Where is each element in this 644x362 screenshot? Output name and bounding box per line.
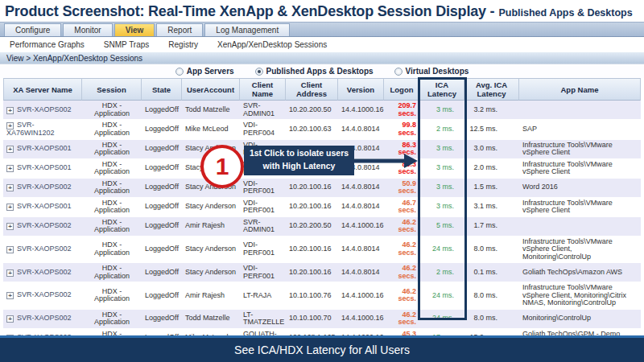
cell-server: +SVR-XA76WIN1202 (3, 120, 82, 140)
col-header-xa-server-name[interactable]: XA Server Name (3, 78, 82, 101)
cell-avg-ica-latency: 0.1 ms. (464, 263, 519, 282)
expand-icon[interactable]: + (6, 315, 14, 323)
radio-icon[interactable] (255, 68, 263, 76)
table-row[interactable]: +SVR-XAOPS001 HDX - Application LoggedOf… (3, 198, 641, 217)
cell-client-name: VDI-PERF004 (240, 120, 286, 140)
cell-app-name: Goliath TechOps\Amazon AWS (519, 263, 641, 282)
cell-version: 14.4.0.8014 (338, 179, 384, 198)
cell-session: HDX - Application (82, 263, 142, 282)
cell-avg-ica-latency: 1.7 ms. (464, 217, 519, 237)
annotation-callout: 1st Click to isolate users with High Lat… (244, 146, 354, 175)
radio-icon[interactable] (175, 68, 184, 76)
cell-client-name: SVR-ADMIN01 (240, 101, 286, 120)
table-row[interactable]: +SVR-XAOPS002 HDX - Application LoggedOf… (3, 217, 641, 237)
cell-ica-latency: 24 ms. (420, 237, 464, 264)
table-row[interactable]: +SVR-XAOPS002 HDX - Application LoggedOf… (3, 237, 641, 264)
cell-avg-ica-latency: 12.5 ms. (464, 120, 519, 140)
expand-icon[interactable]: + (6, 223, 14, 230)
expand-icon[interactable]: + (6, 269, 14, 277)
expand-icon[interactable]: + (6, 107, 14, 114)
cell-useraccount: Amir Rajesh (182, 282, 240, 310)
cell-client-address: 10.10.100.70 (286, 310, 338, 329)
cell-app-name: Infrastructure Tools\VMware vSphere Clie… (519, 198, 641, 217)
cell-state: LoggedOff (142, 198, 182, 217)
col-header-version[interactable]: Version (338, 78, 384, 101)
expand-icon[interactable]: + (6, 165, 14, 172)
cell-ica-latency: 5 ms. (420, 217, 464, 237)
expand-icon[interactable]: + (6, 204, 14, 211)
subtab-snmp-traps[interactable]: SNMP Traps (104, 40, 150, 49)
footer-banner: See ICA/HDX Latency for All Users (0, 335, 644, 362)
radio-app-servers[interactable]: App Servers (175, 67, 234, 76)
cell-app-name: Infrastructure Tools\VMware vSphere Clie… (519, 282, 641, 310)
expand-icon[interactable]: + (6, 184, 14, 191)
radio-virtual-desktops[interactable]: Virtual Desktops (394, 67, 469, 76)
cell-session: HDX - Application (82, 282, 142, 310)
tab-log-management[interactable]: Log Management (204, 23, 290, 36)
cell-server: +SVR-XAOPS001 (3, 198, 82, 217)
col-header-state[interactable]: State (142, 78, 182, 101)
table-row[interactable]: +SVR-XAOPS002 HDX - Application LoggedOf… (3, 101, 641, 120)
cell-useraccount: Stacy Anderson (182, 198, 240, 217)
expand-icon[interactable]: + (6, 292, 14, 299)
tab-report[interactable]: Report (156, 23, 203, 36)
cell-server: +SVR-XAOPS002 (3, 263, 82, 282)
cell-avg-ica-latency: 3.2 ms. (464, 101, 519, 120)
subtab-registry[interactable]: Registry (168, 40, 198, 49)
table-header-row: XA Server Name Session State UserAccount… (3, 78, 641, 101)
cell-version: 14.4.0.8014 (338, 198, 384, 217)
cell-client-name: LT-TMATZELLE (240, 310, 286, 329)
col-header-session[interactable]: Session (82, 78, 142, 101)
footer-text: See ICA/HDX Latency for All Users (234, 343, 410, 356)
subtab-xenapp-sessions[interactable]: XenApp/XenDesktop Sessions (217, 40, 327, 49)
cell-client-name: VDI-PERF001 (240, 198, 286, 217)
annotation-callout-line1: 1st Click to isolate users (244, 147, 354, 160)
cell-client-address: 10.20.100.63 (286, 120, 338, 140)
cell-logon: 46.2 secs. (384, 217, 420, 237)
cell-version: 14.4.1000.16 (338, 101, 384, 120)
table-row[interactable]: +SVR-XA76WIN1202 HDX - Application Logge… (3, 120, 641, 140)
annotation-step-number: 1 (216, 153, 229, 180)
tab-configure[interactable]: Configure (4, 23, 61, 36)
cell-useraccount: Mike McLeod (182, 120, 240, 140)
tab-view[interactable]: View (114, 23, 155, 36)
cell-app-name: Monitoring\ControlUp (519, 310, 641, 329)
cell-avg-ica-latency: 2.0 ms. (464, 159, 519, 179)
cell-app-name: Infrastructure Tools\VMware vSphere Clie… (519, 237, 641, 264)
cell-session: HDX - Application (82, 217, 142, 237)
col-header-ica-latency[interactable]: ICA Latency (420, 78, 464, 101)
table-row[interactable]: +SVR-XAOPS002 HDX - Application LoggedOf… (3, 310, 641, 329)
cell-client-address: 10.20.200.50 (286, 217, 338, 237)
cell-session: HDX - Application (82, 237, 142, 264)
table-row[interactable]: +SVR-XAOPS002 HDX - Application LoggedOf… (3, 282, 641, 310)
cell-app-name: Infrastructure Tools\VMware vSphere Clie… (519, 140, 641, 159)
col-header-avg-ica-latency[interactable]: Avg. ICA Latency (464, 78, 519, 101)
cell-logon: 46.2 secs. (384, 237, 420, 264)
main-tab-bar: Configure Monitor View Report Log Manage… (0, 22, 644, 37)
expand-icon[interactable]: + (6, 146, 14, 153)
col-header-app-name[interactable]: App Name (519, 78, 641, 101)
cell-session: HDX - Application (82, 140, 142, 159)
table-row[interactable]: +SVR-XAOPS002 HDX - Application LoggedOf… (3, 263, 641, 282)
page-title: Product Screenshot: Real-Time XenApp & X… (0, 0, 644, 22)
col-header-logon[interactable]: Logon (384, 78, 420, 101)
cell-logon: 99.8 secs. (384, 120, 420, 140)
col-header-client-name[interactable]: Client Name (240, 78, 286, 101)
cell-server: +SVR-XAOPS002 (3, 217, 82, 237)
cell-state: LoggedOff (142, 263, 182, 282)
cell-version: 14.4.1000.16 (338, 282, 384, 310)
cell-logon: 50.9 secs. (384, 179, 420, 198)
expand-icon[interactable]: + (6, 246, 14, 253)
cell-ica-latency: 3 ms. (420, 198, 464, 217)
subtab-performance-graphs[interactable]: Performance Graphs (10, 40, 85, 49)
cell-logon: 209.7 secs. (384, 101, 420, 120)
tab-monitor[interactable]: Monitor (63, 23, 112, 36)
table-row[interactable]: +SVR-XAOPS002 HDX - Application LoggedOf… (3, 179, 641, 198)
cell-ica-latency: 2 ms. (420, 263, 464, 282)
cell-client-name: LT-RAJA (240, 282, 286, 310)
radio-icon[interactable] (394, 68, 402, 76)
cell-avg-ica-latency: 8.0 ms. (464, 310, 519, 329)
col-header-useraccount[interactable]: UserAccount (182, 78, 240, 101)
col-header-client-address[interactable]: Client Address (286, 78, 338, 101)
radio-published-apps-desktops[interactable]: Published Apps & Desktops (255, 67, 374, 76)
